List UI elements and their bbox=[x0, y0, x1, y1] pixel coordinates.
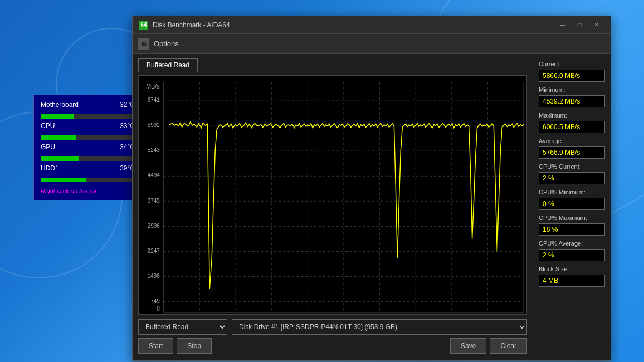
cpu-current-label: CPU% Current: bbox=[539, 163, 605, 170]
gpu-bar-container bbox=[41, 156, 135, 161]
maximum-value: 6060.5 MB/s bbox=[539, 121, 605, 133]
cpu-maximum-value: 18 % bbox=[539, 223, 605, 236]
selects-row: Buffered Read Disk Drive #1 [IRP-SSDPR-P… bbox=[138, 319, 527, 335]
svg-text:2996: 2996 bbox=[148, 222, 160, 229]
svg-text:5243: 5243 bbox=[148, 146, 160, 154]
clear-button[interactable]: Clear bbox=[490, 338, 527, 354]
minimize-button[interactable]: ─ bbox=[555, 19, 570, 31]
benchmark-chart: MB/s 6741 5992 5243 4494 3745 2996 2247 … bbox=[139, 76, 526, 314]
start-button[interactable]: Start bbox=[138, 338, 173, 354]
buttons-row: Start Stop Save Clear bbox=[138, 338, 527, 354]
block-size-value: 4 MB bbox=[539, 275, 605, 287]
hdd-bar-container bbox=[41, 178, 135, 182]
svg-text:MB/s: MB/s bbox=[146, 82, 160, 90]
buttons-right: Save Clear bbox=[450, 338, 527, 354]
current-value: 5866.0 MB/s bbox=[539, 70, 605, 82]
tab-bar: Buffered Read bbox=[138, 58, 527, 72]
svg-text:0: 0 bbox=[157, 305, 160, 312]
maximize-button[interactable]: □ bbox=[572, 19, 587, 31]
save-button[interactable]: Save bbox=[450, 338, 486, 354]
chart-area: MB/s 6741 5992 5243 4494 3745 2996 2247 … bbox=[138, 75, 527, 315]
gpu-label: GPU bbox=[41, 143, 82, 151]
cpu-average-label: CPU% Average: bbox=[539, 240, 605, 247]
options-label: Options bbox=[154, 40, 179, 48]
hdd-label: HDD1 bbox=[41, 164, 82, 172]
content-area: Buffered Read MB/s 6741 5992 5243 4494 3… bbox=[133, 54, 611, 360]
cpu-average-value: 2 % bbox=[539, 249, 605, 261]
title-bar-left: 64 Disk Benchmark - AIDA64 bbox=[139, 21, 230, 30]
bottom-controls: Buffered Read Disk Drive #1 [IRP-SSDPR-P… bbox=[138, 315, 527, 356]
buttons-left: Start Stop bbox=[138, 338, 212, 354]
minimum-label: Minimum: bbox=[539, 86, 605, 93]
cpu-maximum-label: CPU% Maximum: bbox=[539, 214, 605, 221]
svg-text:1498: 1498 bbox=[148, 272, 160, 279]
stop-button[interactable]: Stop bbox=[177, 338, 212, 354]
gpu-row: GPU 34°C bbox=[41, 143, 135, 151]
cpu-row: CPU 33°C bbox=[41, 122, 135, 130]
svg-text:749: 749 bbox=[150, 297, 160, 304]
stats-panel: Current: 5866.0 MB/s Minimum: 4539.2 MB/… bbox=[533, 54, 611, 360]
svg-rect-0 bbox=[139, 76, 526, 314]
drive-dropdown[interactable]: Disk Drive #1 [IRP-SSDPR-P44N-01T-30] (9… bbox=[232, 319, 527, 335]
average-label: Average: bbox=[539, 138, 605, 144]
options-bar: ⚙ Options bbox=[133, 34, 611, 54]
cpu-current-value: 2 % bbox=[539, 172, 605, 184]
temperature-panel: Motherboard 32°C CPU 33°C GPU 34°C HDD1 … bbox=[33, 95, 142, 200]
window-title: Disk Benchmark - AIDA64 bbox=[153, 21, 230, 29]
svg-text:4494: 4494 bbox=[148, 172, 160, 179]
cpu-label: CPU bbox=[41, 122, 82, 130]
cpu-bar-container bbox=[41, 135, 135, 140]
motherboard-bar bbox=[41, 114, 74, 119]
tab-buffered-read[interactable]: Buffered Read bbox=[138, 58, 198, 72]
title-bar: 64 Disk Benchmark - AIDA64 ─ □ ✕ bbox=[133, 16, 611, 34]
options-icon: ⚙ bbox=[138, 38, 149, 50]
close-button[interactable]: ✕ bbox=[588, 19, 604, 31]
cpu-minimum-value: 0 % bbox=[539, 198, 605, 210]
main-panel: Buffered Read MB/s 6741 5992 5243 4494 3… bbox=[133, 54, 533, 360]
svg-text:5992: 5992 bbox=[148, 121, 160, 129]
average-value: 5766.9 MB/s bbox=[539, 146, 605, 159]
test-type-dropdown[interactable]: Buffered Read bbox=[138, 319, 227, 335]
block-size-label: Block Size: bbox=[539, 266, 605, 272]
maximum-label: Maximum: bbox=[539, 112, 605, 119]
current-label: Current: bbox=[539, 61, 605, 67]
cpu-bar bbox=[41, 135, 76, 140]
svg-text:6741: 6741 bbox=[148, 96, 160, 104]
motherboard-label: Motherboard bbox=[41, 101, 82, 109]
hdd-row: HDD1 39°C bbox=[41, 164, 135, 172]
hdd-bar bbox=[41, 178, 86, 182]
main-window: 64 Disk Benchmark - AIDA64 ─ □ ✕ ⚙ Optio… bbox=[132, 16, 611, 361]
right-click-hint: Right-click on the pa bbox=[41, 188, 135, 194]
motherboard-row: Motherboard 32°C bbox=[41, 101, 135, 109]
minimum-value: 4539.2 MB/s bbox=[539, 95, 605, 107]
gpu-bar bbox=[41, 156, 79, 161]
cpu-minimum-label: CPU% Minimum: bbox=[539, 189, 605, 195]
window-controls: ─ □ ✕ bbox=[555, 19, 604, 31]
app-icon: 64 bbox=[139, 21, 148, 30]
motherboard-bar-container bbox=[41, 114, 135, 119]
svg-text:3745: 3745 bbox=[148, 197, 160, 204]
svg-text:2247: 2247 bbox=[148, 247, 160, 254]
